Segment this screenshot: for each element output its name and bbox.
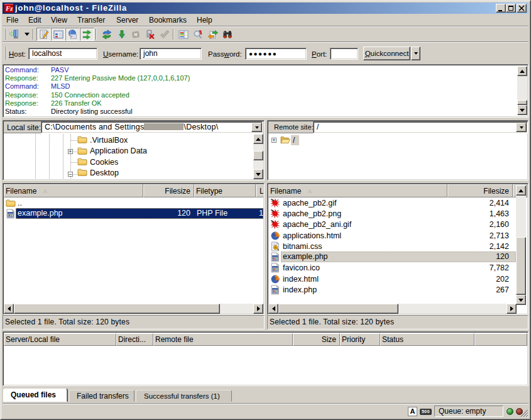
svg-text:Fz: Fz [5,4,13,12]
